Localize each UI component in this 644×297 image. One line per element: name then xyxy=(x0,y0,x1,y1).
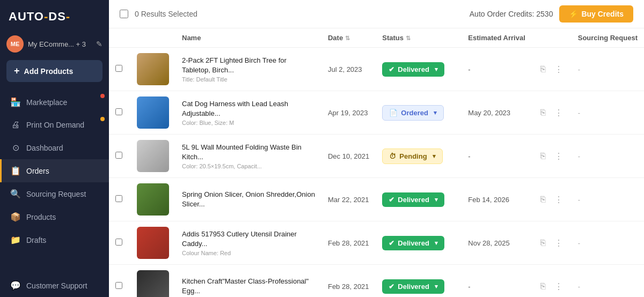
status-icon: ✔ xyxy=(389,283,394,291)
sourcing-request-cell: - xyxy=(572,221,644,265)
row-checkbox[interactable] xyxy=(115,195,122,202)
status-badge[interactable]: ✔ Delivered ▾ xyxy=(382,62,444,77)
chevron-down-icon: ▾ xyxy=(435,283,438,290)
product-name: 5L 9L Wall Mounted Folding Waste Bin Kit… xyxy=(182,143,315,162)
action-icons-cell: ⎘ ⋮ xyxy=(532,48,572,91)
product-name-cell: 5L 9L Wall Mounted Folding Waste Bin Kit… xyxy=(175,135,321,178)
sidebar-item-orders[interactable]: 📋 Orders xyxy=(0,159,109,182)
status-icon: ✔ xyxy=(389,65,394,73)
chevron-down-icon: ▾ xyxy=(435,66,438,73)
sidebar-item-label: Products xyxy=(26,213,56,221)
edit-account-icon[interactable]: ✎ xyxy=(96,40,103,48)
sidebar-item-customer-support[interactable]: 💬 Customer Support xyxy=(0,274,109,297)
orders-table-container: Name Date ⇅ Status ⇅ Estimated Arrival S… xyxy=(109,28,644,297)
sidebar-item-label: Sourcing Request xyxy=(26,190,86,198)
product-status-cell: 📄 Ordered ▾ xyxy=(376,91,462,135)
product-subtitle: Colour Name: Red xyxy=(182,250,315,256)
sidebar-item-dashboard[interactable]: ⊙ Dashboard xyxy=(0,136,109,159)
credits-label: Auto Order Credits: 2530 xyxy=(470,10,553,18)
copy-icon[interactable]: ⎘ xyxy=(538,106,548,120)
select-all-checkbox[interactable] xyxy=(120,10,128,18)
more-options-icon[interactable]: ⋮ xyxy=(552,192,565,207)
plus-icon: + xyxy=(14,65,20,77)
product-date: Apr 19, 2023 xyxy=(321,91,376,135)
drafts-icon: 📁 xyxy=(10,235,21,245)
th-image xyxy=(130,28,175,48)
sidebar-item-sourcing-request[interactable]: 🔍 Sourcing Request xyxy=(0,182,109,205)
more-options-icon[interactable]: ⋮ xyxy=(552,236,565,250)
action-icons-cell: ⎘ ⋮ xyxy=(532,91,572,135)
action-icons: ⎘ ⋮ xyxy=(538,279,565,294)
copy-icon[interactable]: ⎘ xyxy=(538,279,548,293)
copy-icon[interactable]: ⎘ xyxy=(538,192,548,206)
sidebar-item-marketplace[interactable]: 🏪 Marketplace xyxy=(0,91,109,114)
product-name: Kitchen Craft"Master Class-Professional"… xyxy=(182,277,315,296)
action-icons-cell: ⎘ ⋮ xyxy=(532,135,572,178)
status-badge[interactable]: ✔ Delivered ▾ xyxy=(382,236,444,250)
product-name-cell: 2-Pack 2FT Lighted Birch Tree for Tablet… xyxy=(175,48,321,91)
sidebar-item-print-on-demand[interactable]: 🖨 Print On Demand xyxy=(0,114,109,136)
product-status-cell: ✔ Delivered ▾ xyxy=(376,48,462,91)
sourcing-request-cell: - xyxy=(572,178,644,221)
customer-support-icon: 💬 xyxy=(10,280,21,291)
buy-credits-button[interactable]: ⚡ Buy Credits xyxy=(559,5,633,23)
estimated-arrival: Nov 28, 2025 xyxy=(462,221,531,265)
more-options-icon[interactable]: ⋮ xyxy=(552,106,565,120)
logo: AUTO-DS- xyxy=(0,0,109,31)
sourcing-request-cell: - xyxy=(572,48,644,91)
status-badge[interactable]: 📄 Ordered ▾ xyxy=(382,105,444,121)
action-icons-cell: ⎘ ⋮ xyxy=(532,178,572,221)
th-status[interactable]: Status ⇅ xyxy=(376,28,462,48)
product-name: Spring Onion Slicer, Onion Shredder,Onio… xyxy=(182,190,315,209)
copy-icon[interactable]: ⎘ xyxy=(538,236,548,250)
sidebar-item-products[interactable]: 📦 Products xyxy=(0,205,109,228)
status-badge[interactable]: ⏱ Pending ▾ xyxy=(382,148,442,164)
row-checkbox-cell xyxy=(109,135,130,178)
buy-credits-label: Buy Credits xyxy=(581,10,624,18)
copy-icon[interactable]: ⎘ xyxy=(538,149,548,163)
estimated-arrival: - xyxy=(462,135,531,178)
row-checkbox[interactable] xyxy=(115,282,122,289)
status-label: Delivered xyxy=(398,65,429,73)
estimated-arrival: Feb 14, 2026 xyxy=(462,178,531,221)
product-image-cell xyxy=(130,178,175,221)
more-options-icon[interactable]: ⋮ xyxy=(552,279,565,294)
table-row: 5L 9L Wall Mounted Folding Waste Bin Kit… xyxy=(109,135,644,178)
sourcing-request-cell: - xyxy=(572,91,644,135)
row-checkbox[interactable] xyxy=(115,108,122,115)
status-badge[interactable]: ✔ Delivered ▾ xyxy=(382,279,444,294)
action-icons: ⎘ ⋮ xyxy=(538,192,565,207)
action-icons-cell: ⎘ ⋮ xyxy=(532,265,572,298)
status-badge[interactable]: ✔ Delivered ▾ xyxy=(382,192,444,207)
product-thumbnail xyxy=(137,183,169,216)
more-options-icon[interactable]: ⋮ xyxy=(552,149,565,164)
row-checkbox-cell xyxy=(109,265,130,298)
product-name: Addis 517953 Cutlery Utensil Drainer Cad… xyxy=(182,229,315,249)
status-icon: ✔ xyxy=(389,239,394,247)
dashboard-icon: ⊙ xyxy=(10,143,21,153)
sidebar-item-drafts[interactable]: 📁 Drafts xyxy=(0,228,109,251)
pod-badge xyxy=(100,117,105,121)
row-checkbox[interactable] xyxy=(115,239,122,246)
th-sourcing-request: Sourcing Request xyxy=(572,28,644,48)
sourcing-request-cell: - xyxy=(572,135,644,178)
product-status-cell: ✔ Delivered ▾ xyxy=(376,221,462,265)
th-date[interactable]: Date ⇅ xyxy=(321,28,376,48)
lightning-icon: ⚡ xyxy=(569,10,578,18)
row-checkbox-cell xyxy=(109,221,130,265)
row-checkbox[interactable] xyxy=(115,65,122,72)
sidebar-item-label: Dashboard xyxy=(26,144,63,152)
product-date: Mar 22, 2021 xyxy=(321,178,376,221)
row-checkbox[interactable] xyxy=(115,152,122,159)
product-thumbnail xyxy=(137,140,169,172)
th-actions xyxy=(532,28,572,48)
product-thumbnail xyxy=(137,227,169,259)
more-options-icon[interactable]: ⋮ xyxy=(552,62,565,77)
product-image-cell xyxy=(130,221,175,265)
product-thumbnail xyxy=(137,53,169,85)
action-icons: ⎘ ⋮ xyxy=(538,62,565,77)
add-products-button[interactable]: + Add Products xyxy=(6,60,103,82)
copy-icon[interactable]: ⎘ xyxy=(538,62,548,76)
product-status-cell: ✔ Delivered ▾ xyxy=(376,178,462,221)
product-name: 2-Pack 2FT Lighted Birch Tree for Tablet… xyxy=(182,56,315,75)
